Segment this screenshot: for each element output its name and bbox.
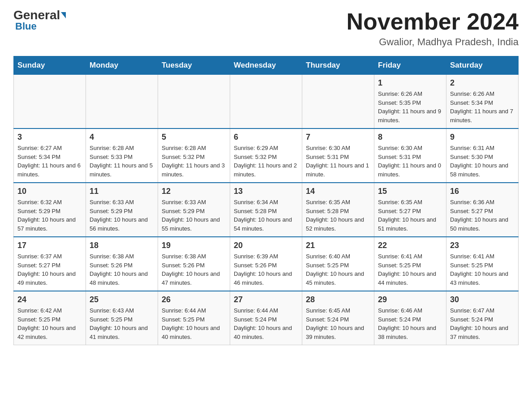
col-header-monday: Monday [86, 56, 158, 75]
calendar-cell: 29Sunrise: 6:46 AM Sunset: 5:24 PM Dayli… [374, 291, 446, 345]
day-info: Sunrise: 6:41 AM Sunset: 5:25 PM Dayligh… [450, 252, 515, 287]
calendar-cell: 5Sunrise: 6:28 AM Sunset: 5:32 PM Daylig… [158, 128, 230, 183]
day-info: Sunrise: 6:37 AM Sunset: 5:27 PM Dayligh… [17, 252, 82, 287]
day-number: 13 [234, 187, 298, 196]
logo-general-text: General [13, 9, 66, 21]
day-info: Sunrise: 6:44 AM Sunset: 5:25 PM Dayligh… [162, 306, 226, 341]
calendar-cell: 2Sunrise: 6:26 AM Sunset: 5:34 PM Daylig… [446, 75, 519, 129]
calendar-cell: 9Sunrise: 6:31 AM Sunset: 5:30 PM Daylig… [446, 128, 519, 183]
calendar-header-row: SundayMondayTuesdayWednesdayThursdayFrid… [14, 56, 519, 75]
day-info: Sunrise: 6:38 AM Sunset: 5:26 PM Dayligh… [90, 252, 154, 287]
calendar-cell: 11Sunrise: 6:33 AM Sunset: 5:29 PM Dayli… [86, 183, 158, 237]
calendar-cell: 7Sunrise: 6:30 AM Sunset: 5:31 PM Daylig… [302, 128, 374, 183]
day-info: Sunrise: 6:28 AM Sunset: 5:32 PM Dayligh… [162, 144, 226, 179]
day-number: 22 [378, 241, 442, 250]
calendar-cell: 18Sunrise: 6:38 AM Sunset: 5:26 PM Dayli… [86, 237, 158, 291]
calendar-cell: 6Sunrise: 6:29 AM Sunset: 5:32 PM Daylig… [230, 128, 302, 183]
day-number: 5 [162, 133, 226, 142]
title-block: November 2024 Gwalior, Madhya Pradesh, I… [347, 9, 519, 48]
calendar-cell: 28Sunrise: 6:45 AM Sunset: 5:24 PM Dayli… [302, 291, 374, 345]
calendar-cell: 14Sunrise: 6:35 AM Sunset: 5:28 PM Dayli… [302, 183, 374, 237]
calendar-cell: 20Sunrise: 6:39 AM Sunset: 5:26 PM Dayli… [230, 237, 302, 291]
day-info: Sunrise: 6:33 AM Sunset: 5:29 PM Dayligh… [162, 198, 226, 233]
col-header-friday: Friday [374, 56, 446, 75]
day-number: 19 [162, 241, 226, 250]
calendar-cell: 24Sunrise: 6:42 AM Sunset: 5:25 PM Dayli… [14, 291, 86, 345]
day-info: Sunrise: 6:47 AM Sunset: 5:24 PM Dayligh… [450, 306, 515, 341]
calendar-cell: 21Sunrise: 6:40 AM Sunset: 5:25 PM Dayli… [302, 237, 374, 291]
calendar-cell: 3Sunrise: 6:27 AM Sunset: 5:34 PM Daylig… [14, 128, 86, 183]
day-number: 24 [17, 295, 82, 304]
logo-arrow-icon [61, 12, 66, 18]
day-info: Sunrise: 6:42 AM Sunset: 5:25 PM Dayligh… [17, 306, 82, 341]
col-header-saturday: Saturday [446, 56, 519, 75]
calendar-cell [158, 75, 230, 129]
day-info: Sunrise: 6:39 AM Sunset: 5:26 PM Dayligh… [234, 252, 298, 287]
calendar-cell: 19Sunrise: 6:38 AM Sunset: 5:26 PM Dayli… [158, 237, 230, 291]
day-info: Sunrise: 6:34 AM Sunset: 5:28 PM Dayligh… [234, 198, 298, 233]
day-info: Sunrise: 6:31 AM Sunset: 5:30 PM Dayligh… [450, 144, 515, 179]
calendar-cell: 4Sunrise: 6:28 AM Sunset: 5:33 PM Daylig… [86, 128, 158, 183]
col-header-tuesday: Tuesday [158, 56, 230, 75]
calendar-cell: 1Sunrise: 6:26 AM Sunset: 5:35 PM Daylig… [374, 75, 446, 129]
col-header-wednesday: Wednesday [230, 56, 302, 75]
month-title: November 2024 [347, 9, 519, 34]
calendar-cell [14, 75, 86, 129]
calendar-week-row: 24Sunrise: 6:42 AM Sunset: 5:25 PM Dayli… [14, 291, 519, 345]
calendar-week-row: 1Sunrise: 6:26 AM Sunset: 5:35 PM Daylig… [14, 75, 519, 129]
calendar-week-row: 3Sunrise: 6:27 AM Sunset: 5:34 PM Daylig… [14, 128, 519, 183]
day-number: 17 [17, 241, 82, 250]
calendar-cell [86, 75, 158, 129]
calendar-week-row: 10Sunrise: 6:32 AM Sunset: 5:29 PM Dayli… [14, 183, 519, 237]
calendar-cell: 17Sunrise: 6:37 AM Sunset: 5:27 PM Dayli… [14, 237, 86, 291]
day-number: 18 [90, 241, 154, 250]
calendar-cell: 12Sunrise: 6:33 AM Sunset: 5:29 PM Dayli… [158, 183, 230, 237]
day-number: 6 [234, 133, 298, 142]
calendar-cell: 26Sunrise: 6:44 AM Sunset: 5:25 PM Dayli… [158, 291, 230, 345]
day-info: Sunrise: 6:30 AM Sunset: 5:31 PM Dayligh… [378, 144, 442, 179]
day-number: 26 [162, 295, 226, 304]
day-number: 12 [162, 187, 226, 196]
calendar-cell: 13Sunrise: 6:34 AM Sunset: 5:28 PM Dayli… [230, 183, 302, 237]
calendar-cell: 25Sunrise: 6:43 AM Sunset: 5:25 PM Dayli… [86, 291, 158, 345]
calendar-table: SundayMondayTuesdayWednesdayThursdayFrid… [13, 56, 519, 345]
day-info: Sunrise: 6:46 AM Sunset: 5:24 PM Dayligh… [378, 306, 442, 341]
calendar-cell: 23Sunrise: 6:41 AM Sunset: 5:25 PM Dayli… [446, 237, 519, 291]
calendar-cell [302, 75, 374, 129]
day-number: 11 [90, 187, 154, 196]
day-info: Sunrise: 6:28 AM Sunset: 5:33 PM Dayligh… [90, 144, 154, 179]
day-info: Sunrise: 6:40 AM Sunset: 5:25 PM Dayligh… [306, 252, 370, 287]
day-number: 8 [378, 133, 442, 142]
day-number: 15 [378, 187, 442, 196]
calendar-week-row: 17Sunrise: 6:37 AM Sunset: 5:27 PM Dayli… [14, 237, 519, 291]
day-number: 14 [306, 187, 370, 196]
calendar-cell: 27Sunrise: 6:44 AM Sunset: 5:24 PM Dayli… [230, 291, 302, 345]
day-info: Sunrise: 6:45 AM Sunset: 5:24 PM Dayligh… [306, 306, 370, 341]
day-info: Sunrise: 6:32 AM Sunset: 5:29 PM Dayligh… [17, 198, 82, 233]
day-info: Sunrise: 6:26 AM Sunset: 5:34 PM Dayligh… [450, 90, 515, 124]
calendar-cell [230, 75, 302, 129]
col-header-thursday: Thursday [302, 56, 374, 75]
calendar-cell: 30Sunrise: 6:47 AM Sunset: 5:24 PM Dayli… [446, 291, 519, 345]
day-number: 7 [306, 133, 370, 142]
col-header-sunday: Sunday [14, 56, 86, 75]
day-number: 23 [450, 241, 515, 250]
logo: General Blue [13, 9, 66, 32]
day-number: 2 [450, 78, 515, 88]
day-number: 4 [90, 133, 154, 142]
day-info: Sunrise: 6:44 AM Sunset: 5:24 PM Dayligh… [234, 306, 298, 341]
day-info: Sunrise: 6:33 AM Sunset: 5:29 PM Dayligh… [90, 198, 154, 233]
day-number: 1 [378, 78, 442, 88]
calendar-cell: 22Sunrise: 6:41 AM Sunset: 5:25 PM Dayli… [374, 237, 446, 291]
day-number: 27 [234, 295, 298, 304]
day-number: 25 [90, 295, 154, 304]
day-number: 3 [17, 133, 82, 142]
day-number: 21 [306, 241, 370, 250]
logo-blue-text: Blue [15, 21, 37, 32]
day-info: Sunrise: 6:26 AM Sunset: 5:35 PM Dayligh… [378, 90, 442, 124]
day-info: Sunrise: 6:41 AM Sunset: 5:25 PM Dayligh… [378, 252, 442, 287]
day-info: Sunrise: 6:35 AM Sunset: 5:28 PM Dayligh… [306, 198, 370, 233]
day-number: 20 [234, 241, 298, 250]
day-info: Sunrise: 6:35 AM Sunset: 5:27 PM Dayligh… [378, 198, 442, 233]
location-text: Gwalior, Madhya Pradesh, India [347, 36, 519, 48]
